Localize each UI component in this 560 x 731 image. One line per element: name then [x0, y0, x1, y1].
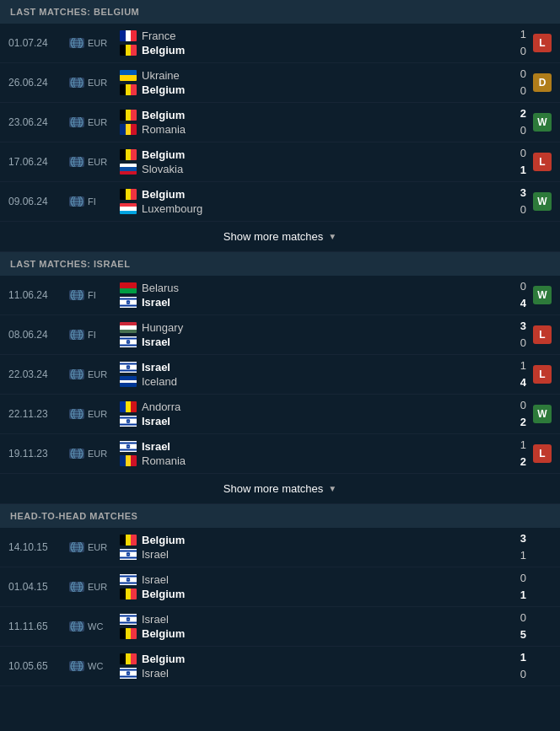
svg-rect-72	[120, 449, 137, 451]
team1-row: Andorra	[120, 400, 508, 413]
match-date: 14.10.15	[8, 541, 69, 553]
flag-belgium	[120, 589, 137, 599]
team2-row: Luxembourg	[120, 202, 508, 215]
chevron-down-icon: ▼	[328, 232, 337, 241]
competition-icon	[69, 157, 84, 167]
score-cell: 0 0	[508, 67, 533, 99]
team2-row: Belgium	[120, 627, 508, 640]
score1: 1	[508, 358, 526, 374]
team1-name: Andorra	[142, 400, 180, 413]
competition-label: EUR	[88, 542, 107, 552]
competition-cell: WC	[69, 661, 120, 671]
result-badge: L	[533, 365, 552, 384]
teams-cell: Israel Belgium	[120, 573, 508, 600]
show-more-button[interactable]: Show more matches ▼	[0, 222, 560, 252]
match-row: 17.06.24 EUR Belgium Slovakia 0	[0, 142, 560, 182]
match-row: 09.06.24 FI Belgium Luxembourg 3	[0, 182, 560, 222]
competition-cell: FI	[69, 290, 120, 300]
team1-row: Belarus	[120, 282, 508, 294]
competition-label: FI	[88, 196, 96, 207]
show-more-label: Show more matches	[223, 230, 324, 243]
flag-israel	[120, 416, 137, 427]
match-date: 26.06.24	[8, 77, 69, 89]
teams-cell: Belgium Israel	[120, 653, 508, 680]
teams-cell: Israel Romania	[120, 440, 508, 467]
competition-icon	[69, 196, 84, 207]
score-cell: 1 4	[508, 358, 533, 390]
teams-cell: Hungary Israel	[120, 321, 508, 348]
svg-rect-112	[120, 676, 137, 678]
flag-hungary	[120, 322, 137, 333]
section-last-matches-israel: LAST MATCHES: ISRAEL 11.06.24 FI Belarus	[0, 252, 560, 504]
match-date: 19.11.23	[8, 448, 69, 460]
competition-cell: EUR	[69, 117, 120, 127]
result-badge: L	[533, 34, 552, 52]
team1-row: Belgium	[120, 109, 508, 121]
score-cell: 1 0	[508, 650, 533, 682]
team2-name: Romania	[142, 454, 186, 467]
flag-belgium	[120, 189, 137, 200]
match-date: 01.07.24	[8, 37, 69, 49]
competition-cell: WC	[69, 621, 120, 632]
svg-rect-101	[120, 615, 137, 617]
result-badge: L	[533, 444, 552, 463]
score-cell: 3 1	[508, 531, 533, 563]
competition-label: EUR	[88, 117, 107, 127]
competition-icon	[69, 449, 84, 459]
competition-icon	[69, 542, 84, 552]
teams-cell: France Belgium	[120, 30, 508, 56]
match-row: 10.05.65 WC Belgium Israel	[0, 647, 560, 686]
section-last-matches-belgium: LAST MATCHES: BELGIUM 01.07.24 EUR Franc…	[0, 0, 560, 252]
score1: 3	[508, 531, 526, 546]
flag-belgium	[120, 628, 137, 639]
flag-israel	[120, 336, 137, 347]
competition-cell: EUR	[69, 542, 120, 552]
team1-row: Belgium	[120, 188, 508, 201]
flag-belarus	[120, 282, 137, 293]
team1-name: Belgium	[142, 653, 185, 665]
competition-label: EUR	[88, 38, 107, 48]
team1-name: Belgium	[142, 534, 185, 546]
score1: 2	[508, 106, 526, 121]
team1-row: Belgium	[120, 534, 508, 546]
score-cell: 0 5	[508, 610, 533, 642]
team2-row: Iceland	[120, 375, 508, 388]
score1: 0	[508, 67, 526, 82]
match-row: 14.10.15 EUR Belgium Israel	[0, 528, 560, 567]
competition-cell: EUR	[69, 78, 120, 88]
result-badge: W	[533, 192, 552, 211]
team2-row: Belgium	[120, 44, 508, 56]
result-badge: W	[533, 113, 552, 132]
competition-cell: FI	[69, 196, 120, 207]
flag-luxembourg	[120, 203, 137, 214]
match-row: 22.11.23 EUR Andorra Israel	[0, 395, 560, 434]
match-date: 11.06.24	[8, 289, 69, 301]
match-row: 01.07.24 EUR France Belgium 1	[0, 24, 560, 63]
score-cell: 3 0	[508, 319, 533, 351]
svg-rect-41	[120, 338, 137, 340]
team1-name: France	[142, 30, 175, 42]
competition-cell: EUR	[69, 38, 120, 48]
section-header: HEAD-TO-HEAD MATCHES	[0, 504, 560, 528]
flag-andorra	[120, 401, 137, 412]
svg-rect-82	[120, 557, 137, 559]
score2: 0	[508, 667, 526, 682]
competition-cell: EUR	[69, 449, 120, 459]
score1: 0	[508, 571, 526, 586]
team1-name: Belarus	[142, 282, 179, 294]
competition-label: EUR	[88, 582, 107, 592]
team1-name: Israel	[142, 440, 170, 453]
result-badge: D	[533, 73, 552, 92]
match-date: 22.11.23	[8, 408, 69, 420]
competition-icon	[69, 117, 84, 127]
team2-row: Israel	[120, 667, 508, 680]
team2-row: Belgium	[120, 83, 508, 96]
flag-slovakia	[120, 164, 137, 175]
score-cell: 1 0	[508, 27, 533, 59]
score1: 1	[508, 27, 526, 42]
flag-romania	[120, 455, 137, 466]
score1: 3	[508, 185, 526, 201]
section-header: LAST MATCHES: ISRAEL	[0, 252, 560, 276]
show-more-button[interactable]: Show more matches ▼	[0, 474, 560, 504]
team1-row: Belgium	[120, 653, 508, 665]
